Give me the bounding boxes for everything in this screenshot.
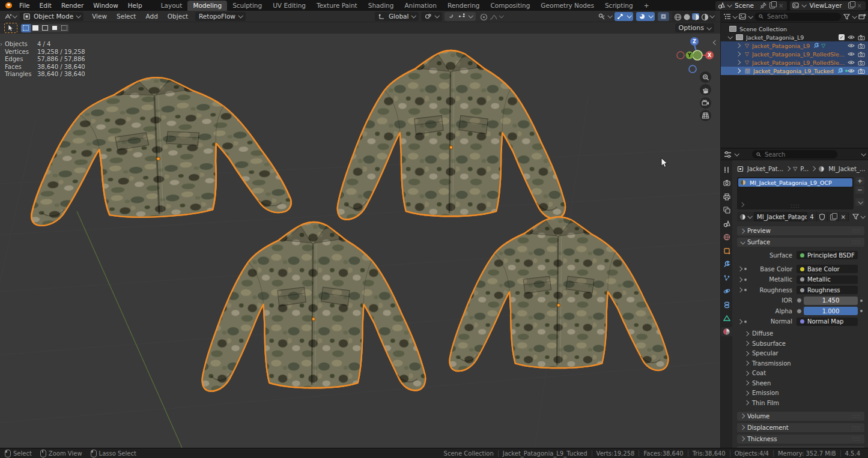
- xray-toggle[interactable]: [658, 12, 669, 21]
- hide-eye-icon[interactable]: [848, 68, 855, 73]
- viewlayer-name[interactable]: ViewLayer: [808, 2, 845, 9]
- chevron-down-icon[interactable]: [727, 2, 732, 7]
- scene-selector[interactable]: Scene ×: [715, 1, 787, 10]
- tab-object[interactable]: [721, 246, 732, 255]
- menu-view[interactable]: View: [87, 11, 112, 22]
- outliner-row-scene-collection[interactable]: Scene Collection: [721, 25, 868, 33]
- disable-render-camera-icon[interactable]: [858, 43, 865, 49]
- menu-render[interactable]: Render: [56, 0, 88, 11]
- outliner-search-input[interactable]: [766, 13, 837, 20]
- jacket-object-3[interactable]: [202, 222, 426, 391]
- outliner-row-jacket-rolledsleeves[interactable]: ▽ Jacket_Patagonia_L9_RolledSleeves: [721, 50, 868, 58]
- tab-output[interactable]: [721, 192, 732, 201]
- panel-preview[interactable]: Preview ::::: [737, 226, 864, 235]
- properties-search-input[interactable]: [763, 151, 833, 158]
- tab-scripting[interactable]: Scripting: [599, 1, 639, 11]
- snap-toggle[interactable]: [445, 12, 476, 21]
- tab-geometry-nodes[interactable]: Geometry Nodes: [535, 1, 599, 11]
- outliner-row-jacket-l9[interactable]: ▽ Jacket_Patagonia_L9 ▽: [721, 41, 868, 50]
- tab-physics[interactable]: [721, 287, 732, 296]
- breadcrumb-mesh[interactable]: P...: [800, 166, 809, 172]
- normal-field[interactable]: Normal Map: [797, 318, 858, 326]
- overlays-toggle[interactable]: [636, 12, 655, 21]
- outliner-filter-id-icon[interactable]: [739, 13, 746, 20]
- tab-render[interactable]: [721, 179, 732, 188]
- menu-window[interactable]: Window: [88, 0, 123, 11]
- animate-dot-icon[interactable]: [744, 279, 747, 281]
- metallic-field[interactable]: Metallic: [797, 276, 858, 284]
- panel-thickness[interactable]: Thickness ::::: [737, 435, 864, 444]
- menu-select[interactable]: Select: [112, 11, 141, 22]
- decorator-dot-icon[interactable]: [860, 310, 863, 312]
- hide-eye-icon[interactable]: [848, 35, 855, 40]
- browse-material-button[interactable]: [737, 212, 754, 221]
- gizmos-toggle[interactable]: [615, 12, 633, 21]
- slot-specials-menu[interactable]: [855, 198, 864, 206]
- filter-icon[interactable]: [852, 214, 859, 220]
- menu-help[interactable]: Help: [123, 0, 147, 11]
- select-mode-extend-button[interactable]: [31, 24, 40, 32]
- chevron-down-icon[interactable]: [860, 214, 865, 218]
- editor-type-icon[interactable]: [724, 151, 731, 158]
- navigation-gizmo[interactable]: Z Y X: [673, 35, 718, 110]
- outliner-search[interactable]: [754, 13, 841, 21]
- disable-render-camera-icon[interactable]: [858, 60, 865, 65]
- active-tool-select-box[interactable]: [4, 23, 17, 33]
- disable-render-camera-icon[interactable]: [858, 35, 865, 40]
- blender-logo-icon[interactable]: [4, 2, 13, 9]
- breadcrumb-material[interactable]: MI_Jacket_...: [828, 166, 865, 172]
- subpanel-diffuse[interactable]: Diffuse: [737, 329, 864, 339]
- tab-view-layer[interactable]: [721, 206, 732, 215]
- collapse-icon[interactable]: [727, 34, 732, 39]
- show-gizmo-icon[interactable]: [598, 13, 605, 20]
- tab-shading[interactable]: Shading: [363, 1, 399, 11]
- sidebar-toggle-icon[interactable]: [714, 38, 717, 46]
- outliner-row-collection-jacket[interactable]: Jacket_Patagonia_L9 ✓: [721, 33, 868, 41]
- add-workspace-button[interactable]: +: [639, 1, 655, 11]
- chevron-down-icon[interactable]: [734, 151, 739, 156]
- expand-icon[interactable]: [738, 277, 742, 282]
- add-slot-button[interactable]: +: [855, 177, 864, 185]
- chevron-down-icon[interactable]: [607, 13, 612, 18]
- pin-icon[interactable]: [760, 2, 767, 9]
- subpanel-transmission[interactable]: Transmission: [737, 358, 864, 369]
- decorator-dot-icon[interactable]: [860, 300, 863, 302]
- tab-compositing[interactable]: Compositing: [485, 1, 536, 11]
- subpanel-subsurface[interactable]: Subsurface: [737, 339, 864, 349]
- subpanel-emission[interactable]: Emission: [737, 388, 864, 399]
- tab-constraints[interactable]: [721, 300, 732, 309]
- alpha-slider[interactable]: 1.000: [804, 307, 858, 315]
- expand-icon[interactable]: [738, 267, 742, 271]
- pan-view-button[interactable]: [700, 84, 711, 95]
- tab-modifiers[interactable]: [721, 260, 732, 269]
- slot-expand-icon[interactable]: [740, 201, 744, 208]
- subpanel-coat[interactable]: Coat: [737, 369, 864, 379]
- tab-modeling[interactable]: Modeling: [187, 1, 227, 11]
- surface-shader-field[interactable]: Principled BSDF: [797, 251, 858, 259]
- chevron-down-icon[interactable]: [861, 151, 866, 156]
- chevron-down-icon[interactable]: [852, 14, 857, 19]
- hide-eye-icon[interactable]: [848, 43, 855, 48]
- camera-view-button[interactable]: [700, 97, 711, 109]
- falloff-curve-icon[interactable]: [490, 13, 497, 20]
- shading-rendered-icon[interactable]: [701, 13, 708, 20]
- tab-sculpting[interactable]: Sculpting: [227, 1, 267, 11]
- chevron-down-icon[interactable]: [748, 14, 753, 19]
- new-viewlayer-icon[interactable]: [848, 2, 854, 8]
- snap-target[interactable]: [421, 12, 442, 21]
- tab-scene[interactable]: [721, 219, 732, 228]
- chevron-down-icon[interactable]: [732, 14, 737, 19]
- gizmo-minus-z-axis[interactable]: [689, 65, 696, 73]
- tab-layout[interactable]: Layout: [156, 1, 188, 11]
- menu-edit[interactable]: Edit: [35, 0, 56, 11]
- new-collection-icon[interactable]: [858, 13, 866, 20]
- duplicate-material-button[interactable]: [828, 212, 839, 221]
- tab-uv-editing[interactable]: UV Editing: [267, 1, 311, 11]
- material-slot-list[interactable]: MI_Jacket_Patagonia_L9_OCP ::::: [737, 177, 854, 209]
- scene-name[interactable]: Scene: [733, 2, 757, 9]
- remove-viewlayer-icon[interactable]: ×: [856, 2, 863, 9]
- panel-volume[interactable]: Volume ::::: [737, 412, 864, 421]
- drag-grip-icon[interactable]: ::::: [852, 425, 861, 430]
- menu-add[interactable]: Add: [141, 11, 162, 22]
- tab-particles[interactable]: [721, 273, 732, 282]
